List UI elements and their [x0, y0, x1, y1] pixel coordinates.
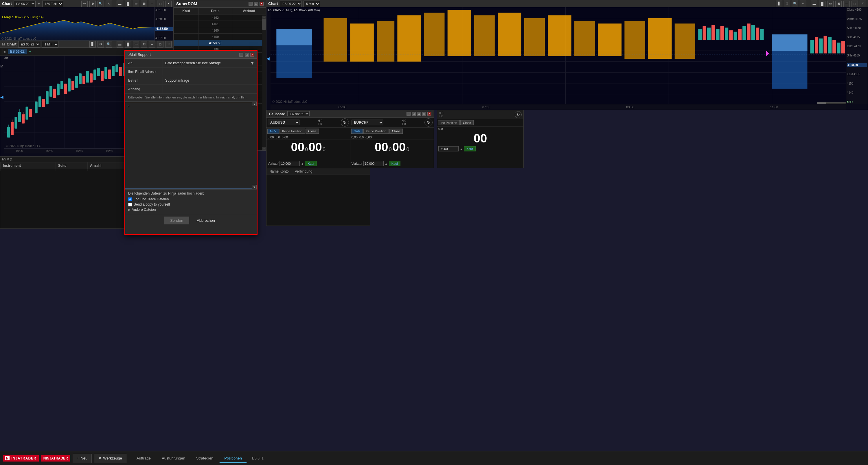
email-subject-input[interactable] — [163, 77, 257, 84]
email-minimize-btn[interactable]: — — [239, 53, 243, 57]
email-send-btn[interactable]: Senden — [164, 216, 189, 224]
fx-audusd-close-btn[interactable]: Close — [306, 128, 319, 134]
fx-extra-position-btn[interactable]: ine Position — [438, 120, 460, 125]
chart-layout-icon[interactable]: ⊞ — [141, 1, 147, 7]
fx-eurchf-position-btn[interactable]: Keine Position — [363, 128, 389, 134]
5min-layout2[interactable]: █ — [819, 1, 826, 7]
5min-layout4[interactable]: ⊞ — [835, 1, 842, 7]
magnet-icon[interactable]: ⊕ — [89, 1, 96, 7]
fx-layout2-btn[interactable]: ▭ — [422, 112, 426, 116]
dom-row-highlight[interactable]: 4158.50 — [174, 40, 266, 46]
chart-1min-instrument-select[interactable]: ES 06-22 — [18, 41, 40, 48]
superdom-close-btn[interactable]: ✕ — [259, 2, 264, 6]
fx-audusd-sell-input[interactable] — [279, 161, 300, 166]
email-expand-row[interactable]: ▶ Andere Dateien — [128, 207, 254, 212]
5min-zoom-icon[interactable]: 🔍 — [792, 1, 798, 7]
5min-maximize[interactable]: □ — [851, 1, 858, 7]
fx-extra-refresh-btn[interactable]: ↻ — [515, 111, 522, 118]
tab-auftrage[interactable]: Aufträge — [132, 454, 156, 463]
fx-eurchf-close-btn[interactable]: Close — [390, 128, 403, 134]
fx-eurchf-select[interactable]: EURCHF — [351, 120, 383, 125]
dom-scroll-up[interactable]: ▲ — [262, 16, 266, 19]
chart-5min-left-arrow[interactable]: ◀ — [267, 56, 270, 61]
fx-maximize-btn[interactable]: □ — [412, 112, 416, 116]
fx-audusd-refresh-btn[interactable]: ↻ — [341, 118, 349, 126]
dom-row-4[interactable]: 4159 — [174, 34, 266, 40]
chart-5min-timeframe-select[interactable]: 5 Min — [304, 1, 320, 7]
fx-audusd-guv-btn[interactable]: GuV — [267, 128, 279, 134]
chart-5min-scrollbar[interactable] — [817, 102, 846, 104]
chart-type-bar-icon[interactable]: ▬ — [117, 1, 123, 7]
minimize-icon[interactable]: ─ — [149, 1, 155, 7]
left-nav-arrow[interactable]: ◀ — [0, 95, 3, 99]
email-attachment-input[interactable] — [163, 86, 257, 93]
email-address-input[interactable] — [163, 68, 257, 75]
fx-close-btn[interactable]: ✕ — [427, 112, 431, 116]
close-icon[interactable]: ✕ — [165, 1, 172, 7]
email-log-checkbox[interactable] — [128, 198, 132, 201]
1min-layout4-icon[interactable]: ⊞ — [141, 41, 147, 48]
taskbar-new-btn[interactable]: + Neu — [73, 454, 92, 463]
1min-layout2-icon[interactable]: █ — [125, 41, 131, 48]
dom-scroll-down[interactable]: ▼ — [262, 147, 266, 150]
dom-scrollbar[interactable]: ▲ ▼ — [262, 16, 266, 150]
fx-eurchf-sell-input[interactable] — [363, 161, 384, 166]
fx-eurchf-refresh-btn[interactable]: ↻ — [425, 118, 433, 126]
fx-audusd-buy-btn[interactable]: Kauf — [305, 161, 317, 166]
chart-150tick-instrument-select[interactable]: ES 06-22 — [13, 1, 36, 7]
email-scroll-up-btn[interactable]: ▲ — [252, 101, 257, 106]
dom-row-2[interactable]: 4161 — [174, 21, 266, 27]
fx-audusd-select[interactable]: AUDUSD — [268, 120, 300, 125]
taskbar-tools-btn[interactable]: ✕ Werkzeuge — [94, 454, 126, 463]
fx-board-select[interactable]: FX Board — [287, 111, 310, 116]
1min-close-icon[interactable]: ✕ — [165, 41, 172, 48]
fx-extra-buy-btn[interactable]: Kauf — [464, 146, 476, 151]
cursor-icon[interactable]: ↖ — [105, 1, 112, 7]
dom-row-1[interactable]: 4162 — [174, 14, 266, 21]
fx-layout1-btn[interactable]: ⊞ — [417, 112, 421, 116]
superdom-minimize-btn[interactable]: ─ — [249, 2, 253, 6]
5min-close[interactable]: ✕ — [860, 1, 866, 7]
email-maximize-btn[interactable]: □ — [245, 53, 249, 57]
chart-5min-instrument-select[interactable]: ES 06-22 — [280, 1, 302, 7]
email-cancel-btn[interactable]: Abbrechen — [194, 217, 218, 224]
1min-layout3-icon[interactable]: ▭ — [133, 41, 139, 48]
5min-layout3[interactable]: ▭ — [827, 1, 834, 7]
tab-positionen[interactable]: Positionen — [219, 454, 247, 463]
1min-minimize-icon[interactable]: ─ — [149, 41, 155, 48]
5min-minimize[interactable]: ─ — [843, 1, 850, 7]
dom-row-3[interactable]: 4160 — [174, 27, 266, 34]
5min-layout1[interactable]: ▬ — [811, 1, 817, 7]
email-to-dropdown[interactable]: Bitte kategorisieren Sie Ihre Anfrage ▼ — [163, 60, 257, 66]
chart-type-candle-icon[interactable]: █ — [125, 1, 131, 7]
5min-bar-icon[interactable]: ▊ — [776, 1, 782, 7]
fx-minimize-btn[interactable]: ─ — [406, 112, 410, 116]
email-copy-checkbox[interactable] — [128, 203, 132, 206]
tab-strategien[interactable]: Strategien — [191, 454, 218, 463]
1min-maximize-icon[interactable]: □ — [157, 41, 163, 48]
email-close-btn[interactable]: ✕ — [250, 53, 254, 57]
bar-chart-icon[interactable]: ▊ — [89, 41, 96, 48]
email-scroll-down-btn[interactable]: ▼ — [252, 185, 257, 190]
draw-icon[interactable]: ✏ — [81, 1, 88, 7]
1min-zoom-icon[interactable]: 🔍 — [105, 41, 112, 48]
fx-eurchf-buy-btn[interactable]: Kauf — [389, 161, 401, 166]
chart-type-line-icon[interactable]: ▭ — [133, 1, 139, 7]
chart-150tick-timeframe-select[interactable]: 150 Tick — [42, 1, 63, 7]
instrument-chip[interactable]: ES 06-22 — [8, 49, 27, 54]
superdom-maximize-btn[interactable]: □ — [254, 2, 258, 6]
left-arrow-btn[interactable]: ◀ — [3, 49, 6, 54]
fx-audusd-position-btn[interactable]: Keine Position — [279, 128, 305, 134]
fx-extra-close-btn[interactable]: Close — [460, 120, 474, 125]
fx-extra-sell-input[interactable] — [438, 146, 459, 151]
settings-icon[interactable]: ⚙ — [97, 41, 104, 48]
tab-ausfuhrungen[interactable]: Ausführungen — [157, 454, 190, 463]
1min-layout1-icon[interactable]: ▬ — [117, 41, 123, 48]
5min-cursor-icon[interactable]: ↖ — [800, 1, 806, 7]
maximize-icon[interactable]: □ — [157, 1, 163, 7]
zoom-icon[interactable]: 🔍 — [97, 1, 104, 7]
fx-eurchf-guv-btn[interactable]: GuV — [351, 128, 363, 134]
5min-settings-icon[interactable]: ⚙ — [784, 1, 790, 7]
chart-1min-timeframe-select[interactable]: 1 Min — [42, 41, 58, 48]
email-body-textarea[interactable]: d — [125, 101, 257, 188]
